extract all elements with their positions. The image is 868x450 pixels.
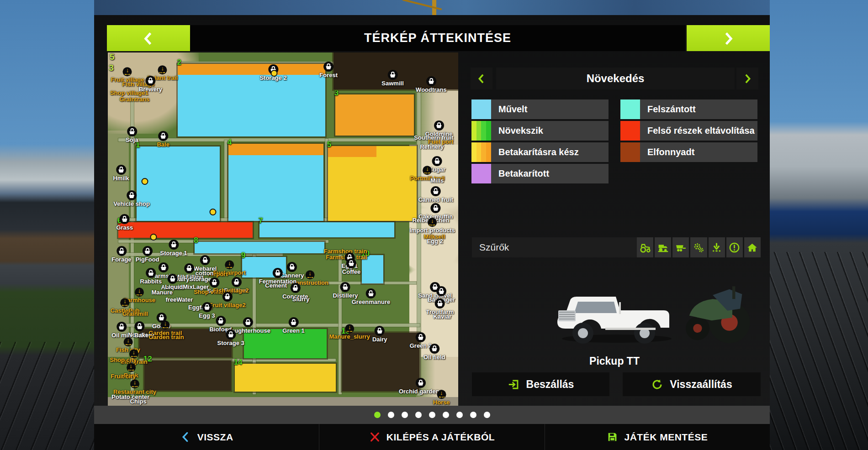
page-dot[interactable] [402, 412, 408, 418]
legend-item[interactable]: Betakarított [471, 164, 609, 183]
gears-icon [693, 242, 704, 253]
page-dot[interactable] [443, 412, 449, 418]
map-field: 2 [178, 64, 325, 137]
map-poi: Sawmill [381, 70, 403, 87]
legend-next-button[interactable] [736, 68, 758, 89]
download-icon [161, 321, 170, 330]
basket-icon [288, 317, 298, 327]
map-poi-label: Refinery [420, 144, 444, 150]
reset-icon [651, 378, 663, 391]
basket-icon [209, 277, 219, 288]
map-poi-label: Vehicle shop [113, 201, 149, 207]
gears-filter-button[interactable] [690, 237, 707, 257]
basket-icon [231, 277, 241, 287]
vehicle-preview [471, 274, 758, 354]
title-bar: TÉRKÉP ÁTTEKINTÉSE [190, 25, 685, 51]
map-poi-label: Storage 3 [217, 340, 244, 346]
page-dot[interactable] [374, 412, 381, 418]
next-page-button[interactable] [687, 25, 770, 51]
basket-icon [416, 332, 426, 342]
map-poi-label: Oil field [423, 354, 445, 361]
home-filter-button[interactable] [744, 237, 761, 257]
save-game-button[interactable]: JÁTÉK MENTÉSE [545, 424, 770, 450]
basket-icon [216, 316, 226, 326]
reset-vehicle-label: Visszaállítás [670, 378, 732, 391]
basket-icon [243, 317, 253, 327]
map-poi: Dairy [372, 326, 387, 343]
page-dot[interactable] [484, 412, 490, 418]
page-dot[interactable] [456, 412, 463, 418]
field-number: 4 [228, 138, 232, 146]
quit-game-button[interactable]: KILÉPÉS A JÁTÉKBÓL [319, 424, 544, 450]
field-number: 5 [327, 141, 331, 148]
map-poi-label: Rabbits [140, 278, 162, 285]
basket-icon [158, 131, 168, 141]
unload-icon [711, 242, 722, 253]
map-poi [150, 234, 157, 241]
map-poi: Restaurant city [113, 379, 156, 395]
page-dot[interactable] [388, 412, 394, 418]
field-number: 3 [334, 89, 339, 97]
map-poi [210, 209, 217, 215]
download-icon [345, 324, 354, 333]
basket-icon [168, 274, 178, 284]
map-poi: Fruit city [111, 373, 136, 379]
map-field: 8 [195, 242, 324, 253]
tractor-filter-button[interactable] [637, 237, 653, 257]
filter-buttons [637, 237, 761, 257]
map-poi-label: Import products [409, 227, 455, 234]
map-poi: Graintrans [119, 96, 149, 103]
harvester-filter-button[interactable] [655, 237, 671, 257]
warning-filter-button[interactable] [726, 237, 743, 257]
map-poi: Forage [111, 246, 131, 263]
dot-icon [271, 70, 278, 77]
map-poi-label: Forest [319, 72, 338, 78]
back-button[interactable]: VISSZA [94, 424, 319, 450]
map-poi: Refinery [420, 144, 444, 150]
page-dot[interactable] [470, 412, 476, 418]
legend-item[interactable]: Növekszik [471, 121, 609, 141]
enter-vehicle-button[interactable]: Beszállás [472, 372, 609, 396]
warning-icon [729, 242, 740, 253]
map-poi-label: Horse [433, 399, 450, 406]
basket-icon [116, 165, 126, 175]
legend-label: Betakarításra kész [491, 142, 609, 162]
map-poi: Import products [409, 218, 455, 234]
map-poi-label: Soja [126, 137, 138, 143]
map-poi: Egg 2 [427, 238, 443, 245]
map-poi: Garden train [148, 334, 184, 340]
map-poi: 5 [110, 52, 115, 62]
map-poi-label: Mills [431, 178, 444, 184]
map-canvas[interactable]: 2314567891012141553Fruit villagePolant t… [108, 52, 458, 406]
basket-icon [127, 126, 137, 136]
map-poi-label: PigFood [136, 256, 159, 263]
legend-item[interactable]: Felső részek eltávolítása [620, 121, 757, 141]
legend-swatch [620, 99, 640, 119]
reset-vehicle-button[interactable]: Visszaállítás [623, 372, 761, 396]
page-dot[interactable] [415, 412, 422, 418]
download-icon [423, 166, 432, 175]
legend-swatch [471, 99, 491, 119]
map-field: 4 [228, 144, 323, 221]
basket-icon [434, 120, 444, 131]
trailer-filter-button[interactable] [672, 237, 689, 257]
page-dot[interactable] [429, 412, 435, 418]
map-field: 5 [328, 146, 417, 221]
legend-item[interactable]: Betakarításra kész [471, 142, 609, 162]
map-field: 14 [235, 364, 336, 392]
legend-item[interactable]: Művelt [471, 99, 609, 119]
map-field: 12 [144, 361, 231, 391]
map-poi-label: Grass [116, 225, 133, 231]
unload-filter-button[interactable] [709, 237, 725, 257]
legend-prev-button[interactable] [471, 68, 492, 89]
legend-item[interactable]: Felszántott [620, 99, 757, 119]
legend-item[interactable]: Elfonnyadt [620, 142, 757, 162]
map-poi-label: Dairy [372, 336, 387, 343]
map-poi-label: Storage 1 [160, 250, 187, 256]
map-poi-label: Coffee [342, 269, 360, 275]
prev-page-button[interactable] [107, 25, 190, 51]
map-poi: Rabbits [140, 268, 162, 285]
basket-icon [202, 302, 212, 312]
field-number: 9 [241, 251, 245, 259]
download-icon [121, 298, 130, 307]
